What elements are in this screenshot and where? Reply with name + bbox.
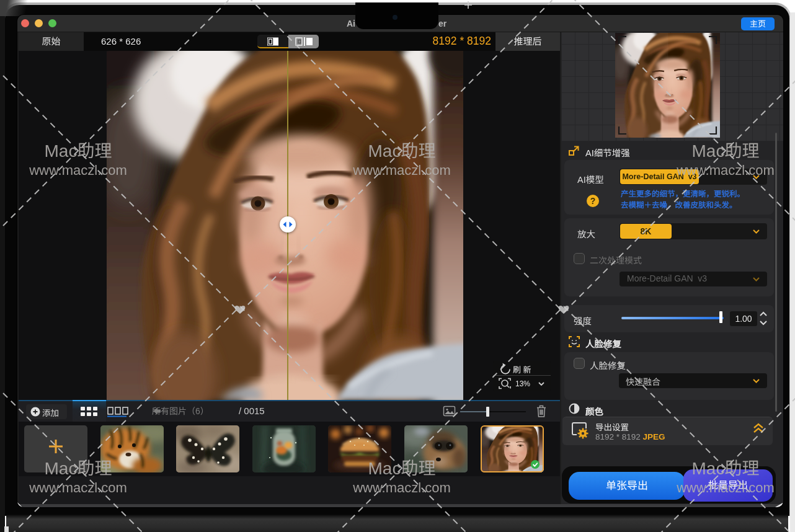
svg-text:www.maczl.com: www.maczl.com	[29, 480, 127, 495]
svg-text:www.maczl.com: www.maczl.com	[352, 480, 451, 495]
svg-text:www.maczl.com: www.maczl.com	[352, 162, 451, 178]
svg-text:Mac助理: Mac助理	[368, 459, 436, 478]
svg-text:www.maczl.com: www.maczl.com	[29, 162, 127, 178]
svg-text:Mac助理: Mac助理	[45, 141, 112, 161]
svg-text:Mac助理: Mac助理	[368, 141, 436, 161]
svg-text:www.maczl.com: www.maczl.com	[676, 162, 775, 178]
svg-text:www.maczl.com: www.maczl.com	[676, 480, 775, 495]
svg-text:Mac助理: Mac助理	[692, 141, 760, 161]
svg-text:Mac助理: Mac助理	[692, 459, 760, 478]
svg-text:Mac助理: Mac助理	[45, 459, 112, 478]
